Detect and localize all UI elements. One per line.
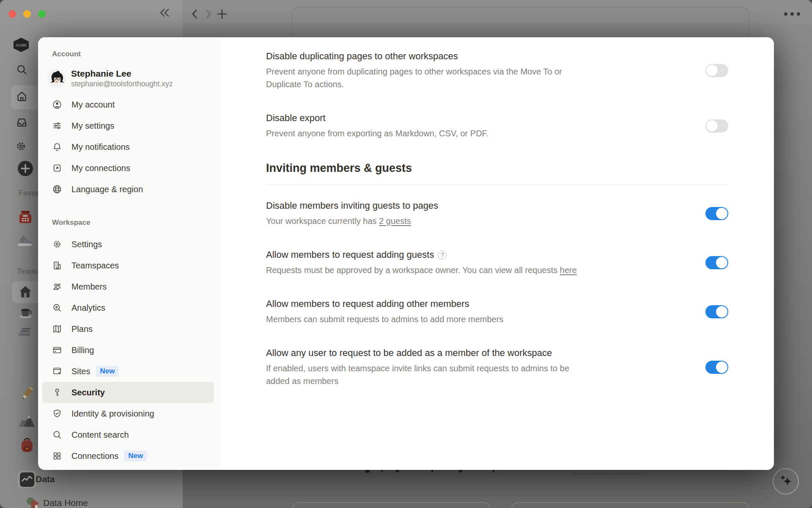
pencil-page-icon[interactable] bbox=[19, 386, 35, 401]
analytics-icon bbox=[52, 303, 62, 313]
data-teamspace-label[interactable]: Data bbox=[36, 474, 55, 484]
settings-nav-item-my-notifications[interactable]: My notifications bbox=[38, 136, 221, 157]
settings-nav-item-my-account[interactable]: My account bbox=[38, 94, 221, 115]
section-heading-inviting-members-guests: Inviting members & guests bbox=[266, 161, 728, 185]
sparkles-icon bbox=[778, 473, 794, 489]
settings-nav-item-content-search[interactable]: Content search bbox=[38, 424, 221, 445]
building-icon bbox=[52, 260, 62, 271]
inline-link-here[interactable]: here bbox=[560, 265, 577, 275]
setting-row-disable-members-inviting-guests-to-pages: Disable members inviting guests to pages… bbox=[266, 199, 728, 227]
settings-nav-item-analytics[interactable]: Analytics bbox=[38, 297, 221, 318]
account-section-label: Account bbox=[52, 50, 221, 58]
settings-nav-item-plans[interactable]: Plans bbox=[38, 318, 221, 340]
card-icon bbox=[52, 345, 62, 355]
settings-nav-item-language-region[interactable]: Language & region bbox=[38, 179, 221, 200]
nav-item-label: My account bbox=[71, 100, 115, 110]
data-teamspace-icon[interactable] bbox=[19, 472, 35, 487]
workspace-nav-list: Settings Teamspaces Members Analytics Pl… bbox=[38, 234, 221, 467]
nav-item-label: Teamspaces bbox=[71, 261, 119, 271]
home-icon[interactable] bbox=[16, 91, 27, 102]
settings-nav-item-security[interactable]: Security bbox=[42, 382, 214, 403]
settings-nav-item-my-connections[interactable]: My connections bbox=[38, 157, 221, 179]
settings-gear-icon[interactable] bbox=[15, 141, 27, 152]
setting-title: Allow any user to request to be added as… bbox=[266, 347, 609, 359]
toggle-knob bbox=[706, 65, 718, 76]
nav-item-label: Settings bbox=[71, 240, 102, 249]
settings-nav-item-connections[interactable]: Connections New bbox=[38, 445, 221, 467]
sliders-icon bbox=[52, 121, 62, 131]
settings-nav-item-members[interactable]: Members bbox=[38, 276, 221, 297]
settings-nav-item-identity-provisioning[interactable]: Identity & provisioning bbox=[38, 403, 221, 424]
settings-nav-item-sites[interactable]: Sites New bbox=[38, 361, 221, 382]
toggle-switch[interactable] bbox=[705, 361, 728, 374]
setting-row-disable-export: Disable export Prevent anyone from expor… bbox=[266, 112, 728, 140]
toggle-switch[interactable] bbox=[705, 305, 728, 318]
nav-item-label: Analytics bbox=[71, 303, 105, 313]
minimize-window-button[interactable] bbox=[23, 10, 31, 18]
coffee-page-icon[interactable] bbox=[19, 306, 33, 318]
settings-modal: Account Stephanie Lee stephanie@toolsfor… bbox=[38, 37, 774, 470]
settings-content: Disable duplicating pages to other works… bbox=[221, 37, 774, 470]
more-menu-icon[interactable] bbox=[783, 11, 801, 17]
map-icon bbox=[52, 324, 62, 334]
setting-description: Members can submit requests to admins to… bbox=[266, 313, 581, 326]
toggle-knob bbox=[716, 257, 727, 268]
account-user-row[interactable]: Stephanie Lee stephanie@toolsforthought.… bbox=[48, 68, 221, 89]
close-window-button[interactable] bbox=[8, 10, 16, 18]
browser-icon bbox=[52, 366, 62, 376]
user-email: stephanie@toolsforthought.xyz bbox=[71, 79, 173, 89]
zoom-window-button[interactable] bbox=[38, 10, 46, 18]
app-window: ACME Favorites bbox=[0, 0, 812, 508]
bell-icon bbox=[52, 142, 62, 152]
toggle-knob bbox=[716, 208, 727, 219]
search-icon bbox=[52, 430, 62, 440]
people-icon bbox=[52, 282, 62, 292]
forward-icon[interactable] bbox=[205, 9, 212, 19]
setting-title: Allow members to request adding guests? bbox=[266, 248, 609, 261]
sneaker-page-icon[interactable] bbox=[17, 234, 33, 247]
setting-row-disable-duplicating-pages-to-other-workspaces: Disable duplicating pages to other works… bbox=[266, 50, 728, 91]
gear-icon bbox=[52, 239, 62, 249]
nav-item-label: Content search bbox=[71, 430, 129, 440]
new-tab-icon[interactable] bbox=[217, 8, 228, 19]
inbox-icon[interactable] bbox=[16, 117, 27, 128]
settings-nav-item-my-settings[interactable]: My settings bbox=[38, 115, 221, 136]
account-nav-list: My account My settings My notifications … bbox=[38, 94, 221, 200]
nav-item-label: Sites bbox=[71, 367, 90, 376]
nav-item-label: My notifications bbox=[71, 142, 130, 152]
settings-nav-item-billing[interactable]: Billing bbox=[38, 340, 221, 361]
house-page-icon[interactable] bbox=[19, 285, 32, 298]
nav-item-label: Connections bbox=[71, 451, 118, 461]
data-home-page-label[interactable]: Data Home bbox=[43, 498, 88, 508]
nav-item-label: Language & region bbox=[71, 185, 143, 194]
toggle-switch[interactable] bbox=[705, 256, 728, 269]
inline-link-2-guests[interactable]: 2 guests bbox=[379, 216, 411, 226]
toggle-switch[interactable] bbox=[705, 64, 728, 77]
setting-row-allow-any-user-to-request-to-be-added-as-a-member-of-the-workspace: Allow any user to request to be added as… bbox=[266, 347, 728, 387]
telephone-page-icon[interactable] bbox=[18, 210, 33, 224]
workspace-logo[interactable]: ACME bbox=[13, 37, 30, 52]
new-page-icon[interactable] bbox=[17, 160, 34, 177]
toggle-switch[interactable] bbox=[705, 207, 728, 220]
globe-icon bbox=[52, 184, 62, 194]
toggle-switch[interactable] bbox=[705, 119, 728, 133]
backpack-page-icon[interactable] bbox=[20, 438, 34, 453]
settings-nav-item-teamspaces[interactable]: Teamspaces bbox=[38, 255, 221, 276]
new-badge: New bbox=[124, 450, 147, 461]
mountain-page-icon[interactable] bbox=[19, 414, 35, 428]
avatar bbox=[48, 69, 66, 87]
nav-item-label: Billing bbox=[71, 345, 94, 355]
collapse-sidebar-icon[interactable] bbox=[159, 8, 171, 18]
ghost-underline bbox=[574, 473, 644, 474]
help-icon[interactable]: ? bbox=[438, 251, 447, 260]
keyboard-page-icon[interactable] bbox=[18, 325, 34, 338]
ai-assistant-button[interactable] bbox=[773, 468, 799, 494]
setting-title: Disable members inviting guests to pages bbox=[266, 199, 609, 212]
settings-nav-item-settings[interactable]: Settings bbox=[38, 234, 221, 255]
toggle-knob bbox=[716, 362, 727, 373]
ghost-card bbox=[511, 502, 749, 508]
search-icon[interactable] bbox=[16, 64, 27, 75]
data-home-page-icon[interactable] bbox=[26, 497, 40, 508]
workspace-section-label: Workspace bbox=[52, 218, 221, 227]
back-icon[interactable] bbox=[191, 9, 198, 19]
